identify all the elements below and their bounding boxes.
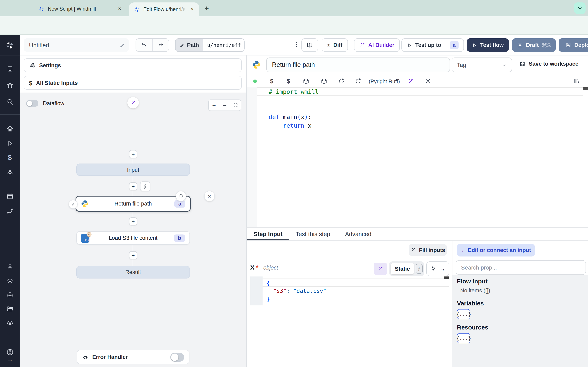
flow-graph-panel: Settings $ All Static Inputs Dataflow + …: [20, 55, 247, 367]
sidebar-item-home[interactable]: [0, 125, 20, 133]
edit-step-button[interactable]: [69, 200, 78, 209]
flow-node-result[interactable]: Result: [76, 266, 190, 278]
static-mode-button[interactable]: Static: [391, 263, 414, 275]
sidebar-item-favorites[interactable]: [0, 82, 20, 89]
variables-picker-button[interactable]: $: [263, 78, 280, 84]
resources-picker-button[interactable]: $: [280, 78, 297, 84]
library-button[interactable]: [565, 78, 588, 84]
help-button[interactable]: [0, 348, 20, 356]
sidebar-item-flows[interactable]: [0, 207, 20, 215]
fit-view-button[interactable]: [230, 103, 241, 108]
json-value-editor[interactable]: { "s3": "data.csv"}: [250, 276, 449, 305]
code-editor[interactable]: # import wmill def main(x): return x: [247, 87, 588, 227]
sidebar-expand-button[interactable]: →: [0, 356, 20, 363]
error-handler-row[interactable]: Error Handler: [77, 350, 190, 364]
python-icon: [252, 60, 261, 69]
deploy-button[interactable]: Deploy: [559, 38, 588, 52]
resources-object-chip[interactable]: {...}: [457, 333, 470, 343]
flow-canvas[interactable]: Dataflow + − + Input +: [20, 92, 246, 367]
delete-step-button[interactable]: ×: [204, 191, 215, 201]
plug-icon[interactable]: [430, 266, 436, 272]
add-step-button[interactable]: +: [129, 251, 137, 259]
expression-mode-button[interactable]: ƒ: [416, 264, 423, 274]
fill-inputs-button[interactable]: Fill inputs: [409, 244, 447, 256]
reset-button[interactable]: [350, 78, 366, 84]
add-step-button[interactable]: +: [129, 150, 137, 158]
sidebar-item-runs[interactable]: [0, 140, 20, 147]
save-to-workspace-label: Save to workspace: [529, 61, 579, 67]
package-lock-button[interactable]: [315, 78, 333, 85]
flow-settings-button[interactable]: Settings: [24, 58, 242, 72]
sidebar-item-settings[interactable]: [0, 277, 20, 285]
sidebar-item-workspace[interactable]: [0, 65, 20, 73]
lint-status[interactable]: (Pyright Ruff): [366, 78, 402, 84]
sidebar-divider: [0, 114, 20, 115]
diff-button[interactable]: ± Diff: [322, 38, 348, 52]
scrollbar-thumb[interactable]: [583, 87, 588, 90]
docs-button[interactable]: [301, 38, 318, 52]
add-step-button[interactable]: +: [129, 217, 137, 225]
test-up-to-button[interactable]: Test up to a: [401, 38, 464, 52]
ai-builder-button[interactable]: AI Builder: [354, 38, 400, 52]
python-code[interactable]: # import wmill def main(x): return x: [257, 87, 583, 130]
edit-or-connect-button[interactable]: ← Edit or connect an input: [457, 244, 535, 257]
scrollbar-thumb[interactable]: [444, 276, 449, 279]
flow-node-input[interactable]: Input: [76, 164, 190, 176]
editor-settings-button[interactable]: [420, 78, 437, 84]
ai-flow-button[interactable]: [127, 97, 139, 108]
dataflow-toggle[interactable]: [26, 100, 38, 107]
tab-step-input[interactable]: Step Input: [254, 227, 283, 240]
flow-edge: [133, 159, 133, 164]
save-to-workspace-button[interactable]: Save to workspace: [519, 61, 579, 67]
close-tab-icon[interactable]: ×: [116, 5, 123, 13]
json-code[interactable]: { "s3": "data.csv"}: [263, 278, 449, 303]
more-options-button[interactable]: ⋮: [294, 41, 300, 48]
flow-title-input[interactable]: Untitled: [24, 38, 129, 52]
sidebar-item-workers[interactable]: [0, 291, 20, 299]
flow-node-step-a[interactable]: Return file path a ×: [76, 196, 191, 212]
new-tab-button[interactable]: +: [202, 4, 212, 13]
sidebar-item-folders[interactable]: [0, 305, 20, 313]
move-step-handle[interactable]: [176, 191, 186, 201]
dataflow-label: Dataflow: [43, 100, 64, 106]
sidebar-item-schedules[interactable]: [0, 192, 20, 200]
ai-fill-button[interactable]: [374, 263, 387, 275]
add-step-button[interactable]: +: [129, 182, 137, 191]
tab-test-this-step[interactable]: Test this step: [296, 227, 330, 240]
resources-heading: Resources: [457, 324, 488, 331]
reload-deps-button[interactable]: [333, 78, 350, 84]
add-trigger-button[interactable]: [140, 182, 150, 191]
property-type: object: [263, 265, 278, 271]
zoom-in-button[interactable]: +: [209, 102, 219, 109]
all-static-inputs-button[interactable]: $ All Static Inputs: [24, 76, 242, 90]
package-button[interactable]: [297, 78, 315, 85]
sidebar-item-variables[interactable]: $: [0, 154, 20, 162]
flow-node-step-b[interactable]: TS Load S3 file content b: [76, 231, 190, 245]
draft-button[interactable]: Draft ⌘S: [512, 38, 556, 52]
ai-assist-button[interactable]: [402, 78, 420, 84]
sidebar-item-users[interactable]: [0, 263, 20, 270]
tab-search-chevron-button[interactable]: [574, 2, 586, 14]
browser-tab-active[interactable]: Edit Flow u/henri/effortless_fl ×: [129, 2, 199, 16]
sidebar-item-search[interactable]: [0, 98, 20, 106]
search-prop-input[interactable]: [456, 260, 586, 275]
path-chip[interactable]: Path u/henri/eff: [175, 38, 245, 52]
browser-tab-inactive[interactable]: New Script | Windmill ×: [33, 3, 127, 15]
sidebar-item-audit-logs[interactable]: [0, 319, 20, 327]
step-title-input[interactable]: [266, 58, 450, 72]
flow-edge: [133, 212, 133, 217]
tag-select[interactable]: Tag: [452, 58, 512, 72]
undo-icon: [141, 42, 147, 48]
test-flow-button[interactable]: Test flow: [467, 38, 509, 52]
variables-object-chip[interactable]: {...}: [457, 309, 470, 319]
undo-button[interactable]: [136, 39, 153, 51]
tab-advanced[interactable]: Advanced: [345, 227, 371, 240]
redo-button[interactable]: [153, 39, 169, 51]
zoom-out-button[interactable]: −: [219, 102, 230, 109]
sidebar-item-resources[interactable]: [0, 169, 20, 176]
arrow-right-icon[interactable]: →: [440, 266, 445, 272]
windmill-logo[interactable]: [0, 41, 20, 50]
error-handler-toggle[interactable]: [170, 352, 184, 361]
browser-tab-bar: New Script | Windmill × Edit Flow u/henr…: [0, 0, 588, 16]
close-tab-icon[interactable]: ×: [189, 6, 196, 13]
